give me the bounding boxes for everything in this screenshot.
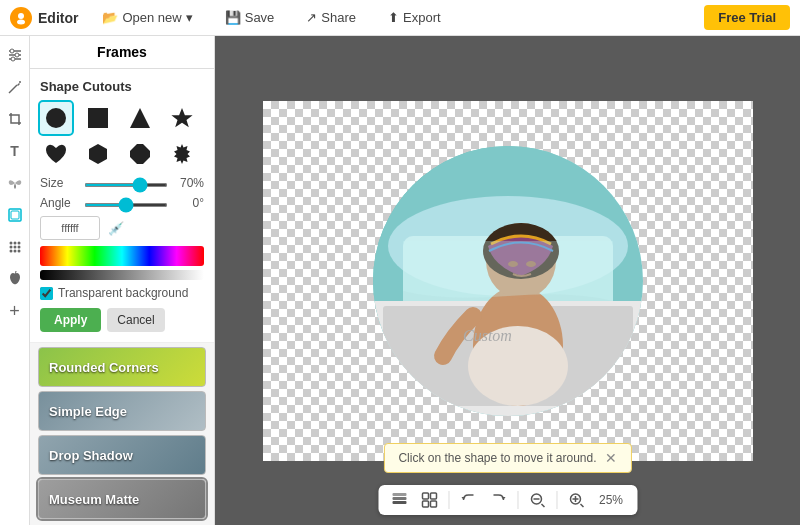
app-logo: Editor bbox=[10, 7, 78, 29]
open-new-button[interactable]: 📂 Open new ▾ bbox=[94, 6, 200, 29]
layers-icon[interactable] bbox=[388, 489, 410, 511]
color-preview[interactable]: ffffff bbox=[40, 216, 100, 240]
free-trial-button[interactable]: Free Trial bbox=[704, 5, 790, 30]
topbar: Editor 📂 Open new ▾ 💾 Save ↗ Share ⬆ Exp… bbox=[0, 0, 800, 36]
octagon-shape[interactable] bbox=[124, 138, 156, 170]
hexagon-shape[interactable] bbox=[82, 138, 114, 170]
svg-marker-25 bbox=[130, 108, 150, 128]
square-shape[interactable] bbox=[82, 102, 114, 134]
circle-cutout[interactable]: Custom bbox=[373, 146, 643, 416]
color-gradient[interactable] bbox=[40, 246, 204, 266]
size-slider[interactable] bbox=[84, 183, 168, 187]
cancel-button[interactable]: Cancel bbox=[107, 308, 164, 332]
apply-button[interactable]: Apply bbox=[40, 308, 101, 332]
svg-text:Custom: Custom bbox=[463, 327, 512, 344]
crop-icon[interactable] bbox=[4, 108, 26, 130]
undo-icon[interactable] bbox=[457, 489, 479, 511]
bottom-toolbar: 25% bbox=[378, 485, 637, 515]
app-title: Editor bbox=[38, 10, 78, 26]
svg-point-19 bbox=[17, 246, 20, 249]
simple-edge-button[interactable]: Simple Edge bbox=[38, 391, 206, 431]
svg-point-21 bbox=[13, 250, 16, 253]
frame-categories: Rounded Corners Simple Edge Drop Shadow … bbox=[30, 347, 214, 519]
svg-line-52 bbox=[541, 504, 544, 507]
text-icon[interactable]: T bbox=[4, 140, 26, 162]
heart-shape[interactable] bbox=[40, 138, 72, 170]
svg-point-6 bbox=[15, 53, 19, 57]
svg-point-14 bbox=[9, 242, 12, 245]
svg-point-18 bbox=[13, 246, 16, 249]
panel-title: Frames bbox=[30, 36, 214, 69]
svg-rect-42 bbox=[392, 497, 406, 500]
transparent-checkbox[interactable] bbox=[40, 287, 53, 300]
butterfly-icon[interactable] bbox=[4, 172, 26, 194]
frame-icon[interactable] bbox=[4, 204, 26, 226]
zoom-in-icon[interactable] bbox=[565, 489, 587, 511]
tooltip-bar: Click on the shape to move it around. ✕ bbox=[383, 443, 631, 473]
zoom-out-icon[interactable] bbox=[526, 489, 548, 511]
shapes-grid bbox=[40, 102, 204, 170]
star-shape[interactable] bbox=[166, 102, 198, 134]
svg-point-0 bbox=[18, 13, 24, 19]
angle-label: Angle bbox=[40, 196, 78, 210]
main-layout: T + Frames Shape Cutouts bbox=[0, 36, 800, 525]
texture-icon[interactable] bbox=[4, 236, 26, 258]
canvas-area[interactable]: Custom Click on the shape to move it aro… bbox=[215, 36, 800, 525]
divider-2 bbox=[517, 491, 518, 509]
size-slider-wrap[interactable] bbox=[84, 176, 168, 190]
svg-marker-28 bbox=[130, 144, 150, 164]
size-control: Size 70% bbox=[40, 176, 204, 190]
divider-1 bbox=[448, 491, 449, 509]
drop-shadow-button[interactable]: Drop Shadow bbox=[38, 435, 206, 475]
size-label: Size bbox=[40, 176, 78, 190]
eyedropper-icon[interactable]: 💉 bbox=[106, 218, 126, 238]
svg-point-20 bbox=[9, 250, 12, 253]
svg-point-15 bbox=[13, 242, 16, 245]
zoom-percentage: 25% bbox=[595, 493, 627, 507]
grid-icon[interactable] bbox=[418, 489, 440, 511]
divider-3 bbox=[556, 491, 557, 509]
filters-icon[interactable] bbox=[4, 44, 26, 66]
action-buttons: Apply Cancel bbox=[40, 308, 204, 332]
transparent-label: Transparent background bbox=[58, 286, 188, 300]
transparent-bg-row: Transparent background bbox=[40, 286, 204, 300]
svg-line-56 bbox=[580, 504, 583, 507]
svg-point-23 bbox=[46, 108, 66, 128]
opacity-slider-bar[interactable] bbox=[40, 270, 204, 280]
more-icon[interactable]: + bbox=[4, 300, 26, 322]
share-button[interactable]: ↗ Share bbox=[298, 6, 364, 29]
svg-rect-13 bbox=[11, 211, 19, 219]
angle-control: Angle 0° bbox=[40, 196, 204, 210]
svg-point-1 bbox=[17, 19, 25, 24]
svg-rect-43 bbox=[392, 493, 406, 496]
save-button[interactable]: 💾 Save bbox=[217, 6, 283, 29]
toolbar-bar: 25% bbox=[378, 485, 637, 515]
color-row: ffffff 💉 bbox=[40, 216, 204, 240]
svg-point-5 bbox=[10, 49, 14, 53]
wand-icon[interactable] bbox=[4, 76, 26, 98]
badge-shape[interactable] bbox=[166, 138, 198, 170]
export-button[interactable]: ⬆ Export bbox=[380, 6, 449, 29]
svg-marker-27 bbox=[89, 144, 107, 164]
share-icon: ↗ bbox=[306, 10, 317, 25]
redo-icon[interactable] bbox=[487, 489, 509, 511]
tooltip-close-icon[interactable]: ✕ bbox=[605, 450, 617, 466]
color-hex: ffffff bbox=[61, 222, 78, 234]
angle-slider-wrap[interactable] bbox=[84, 196, 168, 210]
svg-rect-47 bbox=[430, 501, 436, 507]
svg-line-8 bbox=[9, 85, 17, 93]
svg-rect-46 bbox=[422, 501, 428, 507]
angle-slider[interactable] bbox=[84, 203, 168, 207]
triangle-shape[interactable] bbox=[124, 102, 156, 134]
apple-icon[interactable] bbox=[4, 268, 26, 290]
frames-panel: Frames Shape Cutouts bbox=[30, 36, 215, 525]
size-value: 70% bbox=[174, 176, 204, 190]
museum-matte-button[interactable]: Museum Matte bbox=[38, 479, 206, 519]
circle-shape[interactable] bbox=[40, 102, 72, 134]
save-icon: 💾 bbox=[225, 10, 241, 25]
svg-point-7 bbox=[11, 57, 15, 61]
left-toolbar: T + bbox=[0, 36, 30, 525]
rounded-corners-button[interactable]: Rounded Corners bbox=[38, 347, 206, 387]
svg-marker-49 bbox=[501, 497, 505, 500]
svg-rect-41 bbox=[392, 501, 406, 504]
